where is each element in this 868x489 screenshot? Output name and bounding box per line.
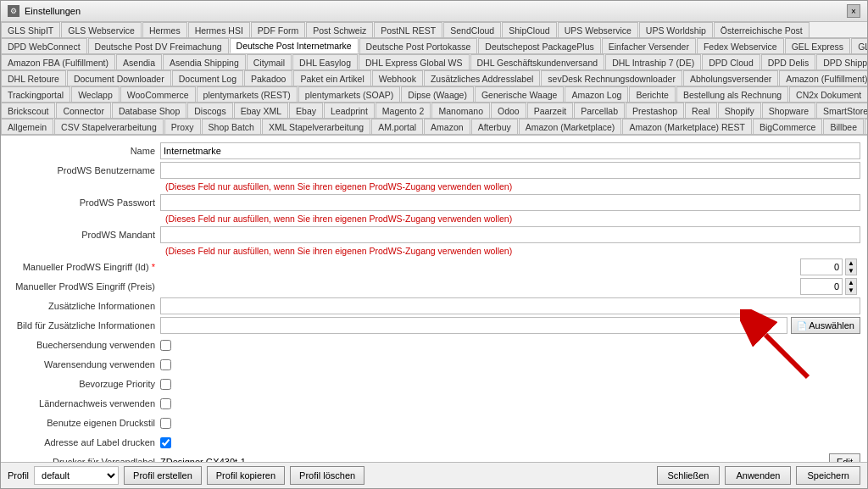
laendernachweis-checkbox[interactable]: [160, 398, 171, 409]
tab-dpd-delis[interactable]: DPD Delis: [761, 54, 815, 69]
tab-gls-shipit[interactable]: GLS ShipIT: [1, 22, 60, 37]
tab-leadprint[interactable]: Leadprint: [324, 103, 375, 118]
tab-ebay[interactable]: Ebay: [289, 103, 323, 118]
tab-amazon-marketplace[interactable]: Amazon (Marketplace): [519, 119, 622, 134]
tab-fedex-webservice[interactable]: Fedex Webservice: [697, 38, 784, 53]
tab-paket-ein-artikel[interactable]: Paket ein Artikel: [293, 70, 370, 86]
tab-pdf-form[interactable]: PDF Form: [251, 22, 305, 37]
tab-dpd-shipper[interactable]: DPD ShipperService (CH): [816, 54, 867, 69]
tab-ups-webservice[interactable]: UPS Webservice: [558, 22, 638, 37]
tab-smartstore[interactable]: SmartStore.NET: [816, 103, 867, 118]
tab-amazon[interactable]: Amazon: [424, 119, 470, 134]
tab-post-schweiz[interactable]: Post Schweiz: [306, 22, 373, 37]
tab-postnl-rest[interactable]: PostNL REST: [374, 22, 442, 37]
tab-doc-log[interactable]: Document Log: [172, 70, 243, 86]
profil-erstellen-button[interactable]: Profil erstellen: [124, 466, 202, 485]
tab-plentymarkets-rest[interactable]: plentymarkets (REST): [197, 86, 298, 102]
tab-citymail[interactable]: Citymail: [247, 54, 292, 69]
tab-afterbuy[interactable]: Afterbuy: [471, 119, 518, 134]
tab-gls-gepard[interactable]: GLS Gepard: [851, 38, 867, 53]
tab-pakadoo[interactable]: Pakadoo: [244, 70, 292, 86]
tab-prestashop[interactable]: Prestashop: [626, 103, 684, 118]
tab-webhook[interactable]: Webhook: [372, 70, 423, 86]
tab-doc-downloader[interactable]: Document Downloader: [67, 70, 171, 86]
tab-weclapp[interactable]: Weclapp: [71, 86, 120, 102]
schliessen-button[interactable]: Schließen: [657, 466, 721, 485]
tab-dhl-intraship[interactable]: DHL Intraship 7 (DE): [605, 54, 701, 69]
tab-odoo[interactable]: Odoo: [491, 103, 526, 118]
warensendung-checkbox[interactable]: [160, 359, 171, 370]
buechersendung-checkbox[interactable]: [160, 340, 171, 351]
tab-dp-portokasse[interactable]: Deutsche Post Portokasse: [359, 38, 478, 53]
tab-cn2x-dokument[interactable]: CN2x Dokument: [789, 86, 867, 102]
tab-shop-batch[interactable]: Shop Batch: [202, 119, 261, 134]
tab-bricklink[interactable]: Bricklink: [865, 119, 867, 134]
tab-bestellung-rechnung[interactable]: Bestellung als Rechnung: [676, 86, 788, 102]
manual-preis-spin-up[interactable]: ▲: [845, 278, 857, 286]
tab-amazon-log[interactable]: Amazon Log: [565, 86, 628, 102]
tab-dhl-retoure[interactable]: DHL Retoure: [1, 70, 66, 86]
tab-paarzeit[interactable]: Paarzeit: [527, 103, 574, 118]
tab-asendia-shipping[interactable]: Asendia Shipping: [163, 54, 246, 69]
tab-trackingportal[interactable]: Trackingportal: [1, 86, 70, 102]
tab-real[interactable]: Real: [685, 103, 717, 118]
tab-manomano[interactable]: Manomano: [431, 103, 490, 118]
tab-dhl-geschaeft[interactable]: DHL Geschäftskundenversand: [470, 54, 605, 69]
tab-xml-stapel[interactable]: XML Stapelverarbeitung: [262, 119, 370, 134]
tab-amazon-fulfillment[interactable]: Amazon (Fulfillment): [779, 70, 867, 86]
profil-kopieren-button[interactable]: Profil kopieren: [207, 466, 285, 485]
tab-dpd-webconnect[interactable]: DPD WebConnect: [1, 38, 87, 53]
tab-berichte[interactable]: Berichte: [629, 86, 676, 102]
prodws-user-input[interactable]: [160, 162, 860, 179]
profile-select[interactable]: default: [34, 466, 119, 485]
tab-parcellab[interactable]: Parcellab: [574, 103, 625, 118]
name-input[interactable]: [160, 142, 860, 159]
tab-discogs[interactable]: Discogs: [187, 103, 232, 118]
tab-gel-express[interactable]: GEL Express: [785, 38, 850, 53]
tab-woocommerce[interactable]: WooCommerce: [120, 86, 196, 102]
tab-oesterreichische-post[interactable]: Österreichische Post: [714, 22, 810, 37]
manual-preis-input[interactable]: [800, 278, 843, 295]
prodws-mandant-input[interactable]: [160, 226, 860, 243]
speichern-button[interactable]: Speichern: [796, 466, 860, 485]
zusatz-input[interactable]: [160, 297, 860, 314]
close-button[interactable]: ×: [847, 4, 860, 18]
tab-dp-dv-freimachung[interactable]: Deutsche Post DV Freimachung: [88, 38, 229, 53]
tab-dp-internetmarke[interactable]: Deutsche Post Internetmarke: [230, 38, 359, 53]
tab-shopware[interactable]: Shopware: [762, 103, 815, 118]
tab-allgemein[interactable]: Allgemein: [1, 119, 53, 134]
tab-zusaetzliches-addresslabel[interactable]: Zusätzliches Addresslabel: [424, 70, 540, 86]
tab-ebay-xml[interactable]: Ebay XML: [234, 103, 288, 118]
tab-dhl-express-ws[interactable]: DHL Express Global WS: [359, 54, 470, 69]
prodws-pass-input[interactable]: [160, 194, 860, 211]
tab-dpd-cloud[interactable]: DPD Cloud: [702, 54, 760, 69]
adresse-checkbox[interactable]: [160, 437, 171, 448]
tab-asendia[interactable]: Asendia: [116, 54, 162, 69]
bevorzuge-checkbox[interactable]: [160, 379, 171, 390]
tab-generische-waage[interactable]: Generische Waage: [475, 86, 565, 102]
bild-input[interactable]: [160, 317, 787, 334]
tab-dipse-waage[interactable]: Dipse (Waage): [401, 86, 474, 102]
tab-gls-webservice[interactable]: GLS Webservice: [61, 22, 142, 37]
tab-plentymarkets-soap[interactable]: plentymarkets (SOAP): [298, 86, 400, 102]
tab-amazon-marketplace-rest[interactable]: Amazon (Marketplace) REST: [622, 119, 752, 134]
tab-deutschepost-packageplus[interactable]: Deutschepost PackagePlus: [478, 38, 600, 53]
tab-bigcommerce[interactable]: BigCommerce: [753, 119, 823, 134]
tab-sevdesk[interactable]: sevDesk Rechnungsdownloader: [541, 70, 682, 86]
browse-button[interactable]: 📄 Auswählen: [791, 317, 860, 334]
tab-shopify[interactable]: Shopify: [718, 103, 761, 118]
profil-loeschen-button[interactable]: Profil löschen: [290, 466, 364, 485]
tab-dhl-easylog[interactable]: DHL Easylog: [292, 54, 358, 69]
edit-button[interactable]: Edit: [829, 453, 860, 462]
tab-proxy[interactable]: Proxy: [164, 119, 201, 134]
tab-brickscout[interactable]: Brickscout: [1, 103, 55, 118]
anwenden-button[interactable]: Anwenden: [725, 466, 791, 485]
tab-database-shop[interactable]: Database Shop: [112, 103, 186, 118]
druckstil-checkbox[interactable]: [160, 418, 171, 429]
tab-hermes[interactable]: Hermes: [142, 22, 187, 37]
tab-amazon-fba[interactable]: Amazon FBA (Fulfillment): [1, 54, 115, 69]
manual-id-spin-up[interactable]: ▲: [845, 258, 857, 267]
manual-id-spin-down[interactable]: ▼: [845, 267, 857, 275]
tab-am-portal[interactable]: AM.portal: [371, 119, 423, 134]
manual-preis-spin-down[interactable]: ▼: [845, 286, 857, 295]
